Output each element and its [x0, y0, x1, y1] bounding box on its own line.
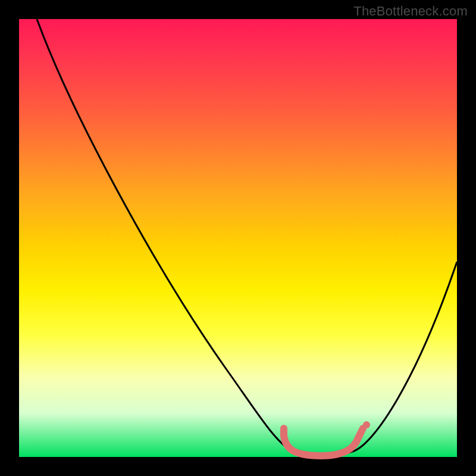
- bottleneck-curve: [37, 19, 457, 456]
- highlight-dot: [363, 421, 370, 428]
- watermark-text: TheBottleneck.com: [353, 4, 468, 19]
- highlight-band: [284, 428, 363, 456]
- chart-svg: [0, 0, 476, 476]
- chart-frame: TheBottleneck.com: [0, 0, 476, 476]
